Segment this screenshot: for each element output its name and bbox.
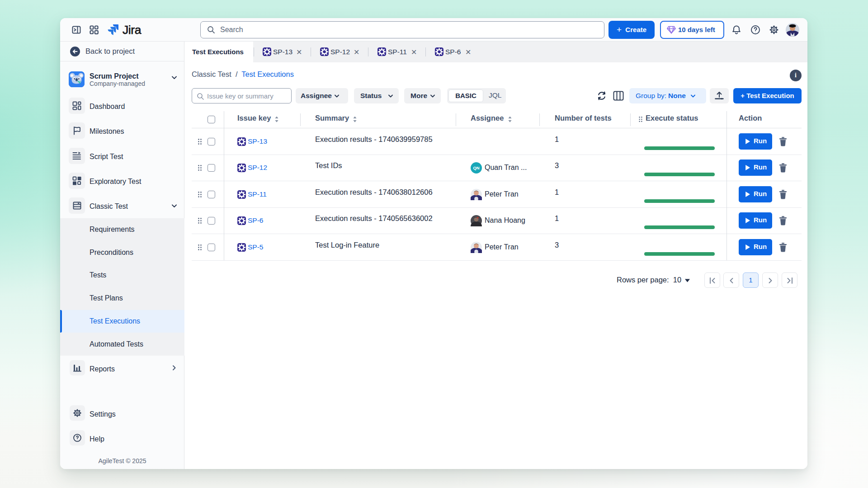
svg-text:QN: QN xyxy=(473,165,479,170)
